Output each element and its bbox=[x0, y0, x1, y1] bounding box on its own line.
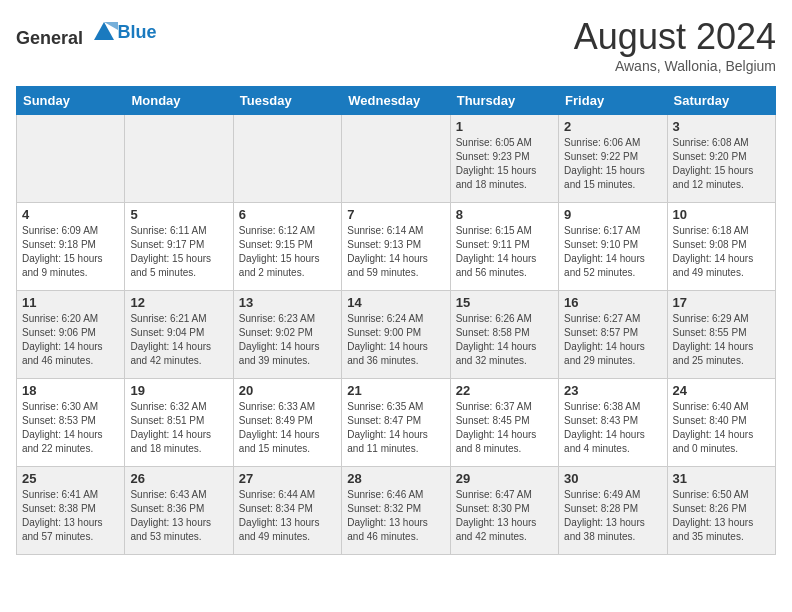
calendar-cell bbox=[125, 115, 233, 203]
day-info: Sunrise: 6:43 AM Sunset: 8:36 PM Dayligh… bbox=[130, 488, 227, 544]
day-info: Sunrise: 6:09 AM Sunset: 9:18 PM Dayligh… bbox=[22, 224, 119, 280]
day-info: Sunrise: 6:20 AM Sunset: 9:06 PM Dayligh… bbox=[22, 312, 119, 368]
header-row: Sunday Monday Tuesday Wednesday Thursday… bbox=[17, 87, 776, 115]
calendar-cell: 4Sunrise: 6:09 AM Sunset: 9:18 PM Daylig… bbox=[17, 203, 125, 291]
day-number: 28 bbox=[347, 471, 444, 486]
header-saturday: Saturday bbox=[667, 87, 775, 115]
calendar-cell: 14Sunrise: 6:24 AM Sunset: 9:00 PM Dayli… bbox=[342, 291, 450, 379]
day-number: 6 bbox=[239, 207, 336, 222]
day-info: Sunrise: 6:05 AM Sunset: 9:23 PM Dayligh… bbox=[456, 136, 553, 192]
day-number: 14 bbox=[347, 295, 444, 310]
calendar-cell: 7Sunrise: 6:14 AM Sunset: 9:13 PM Daylig… bbox=[342, 203, 450, 291]
day-number: 13 bbox=[239, 295, 336, 310]
day-number: 27 bbox=[239, 471, 336, 486]
calendar-cell: 2Sunrise: 6:06 AM Sunset: 9:22 PM Daylig… bbox=[559, 115, 667, 203]
calendar-cell: 27Sunrise: 6:44 AM Sunset: 8:34 PM Dayli… bbox=[233, 467, 341, 555]
day-number: 12 bbox=[130, 295, 227, 310]
header-tuesday: Tuesday bbox=[233, 87, 341, 115]
day-number: 8 bbox=[456, 207, 553, 222]
day-number: 2 bbox=[564, 119, 661, 134]
calendar-week-4: 25Sunrise: 6:41 AM Sunset: 8:38 PM Dayli… bbox=[17, 467, 776, 555]
day-number: 29 bbox=[456, 471, 553, 486]
day-number: 17 bbox=[673, 295, 770, 310]
day-number: 24 bbox=[673, 383, 770, 398]
day-info: Sunrise: 6:30 AM Sunset: 8:53 PM Dayligh… bbox=[22, 400, 119, 456]
day-info: Sunrise: 6:50 AM Sunset: 8:26 PM Dayligh… bbox=[673, 488, 770, 544]
day-info: Sunrise: 6:06 AM Sunset: 9:22 PM Dayligh… bbox=[564, 136, 661, 192]
day-info: Sunrise: 6:29 AM Sunset: 8:55 PM Dayligh… bbox=[673, 312, 770, 368]
day-info: Sunrise: 6:21 AM Sunset: 9:04 PM Dayligh… bbox=[130, 312, 227, 368]
calendar-cell: 31Sunrise: 6:50 AM Sunset: 8:26 PM Dayli… bbox=[667, 467, 775, 555]
calendar-cell: 30Sunrise: 6:49 AM Sunset: 8:28 PM Dayli… bbox=[559, 467, 667, 555]
calendar-header: Sunday Monday Tuesday Wednesday Thursday… bbox=[17, 87, 776, 115]
day-info: Sunrise: 6:46 AM Sunset: 8:32 PM Dayligh… bbox=[347, 488, 444, 544]
header-sunday: Sunday bbox=[17, 87, 125, 115]
day-number: 15 bbox=[456, 295, 553, 310]
day-number: 18 bbox=[22, 383, 119, 398]
calendar-cell: 1Sunrise: 6:05 AM Sunset: 9:23 PM Daylig… bbox=[450, 115, 558, 203]
day-number: 10 bbox=[673, 207, 770, 222]
calendar-cell: 17Sunrise: 6:29 AM Sunset: 8:55 PM Dayli… bbox=[667, 291, 775, 379]
day-info: Sunrise: 6:23 AM Sunset: 9:02 PM Dayligh… bbox=[239, 312, 336, 368]
day-info: Sunrise: 6:17 AM Sunset: 9:10 PM Dayligh… bbox=[564, 224, 661, 280]
day-number: 16 bbox=[564, 295, 661, 310]
calendar-week-1: 4Sunrise: 6:09 AM Sunset: 9:18 PM Daylig… bbox=[17, 203, 776, 291]
day-info: Sunrise: 6:32 AM Sunset: 8:51 PM Dayligh… bbox=[130, 400, 227, 456]
calendar-cell: 15Sunrise: 6:26 AM Sunset: 8:58 PM Dayli… bbox=[450, 291, 558, 379]
month-title: August 2024 bbox=[574, 16, 776, 58]
day-info: Sunrise: 6:40 AM Sunset: 8:40 PM Dayligh… bbox=[673, 400, 770, 456]
calendar-cell bbox=[17, 115, 125, 203]
calendar-cell: 26Sunrise: 6:43 AM Sunset: 8:36 PM Dayli… bbox=[125, 467, 233, 555]
day-info: Sunrise: 6:44 AM Sunset: 8:34 PM Dayligh… bbox=[239, 488, 336, 544]
day-number: 4 bbox=[22, 207, 119, 222]
calendar-cell: 12Sunrise: 6:21 AM Sunset: 9:04 PM Dayli… bbox=[125, 291, 233, 379]
calendar-cell: 29Sunrise: 6:47 AM Sunset: 8:30 PM Dayli… bbox=[450, 467, 558, 555]
calendar-cell: 23Sunrise: 6:38 AM Sunset: 8:43 PM Dayli… bbox=[559, 379, 667, 467]
header-thursday: Thursday bbox=[450, 87, 558, 115]
day-number: 1 bbox=[456, 119, 553, 134]
day-info: Sunrise: 6:41 AM Sunset: 8:38 PM Dayligh… bbox=[22, 488, 119, 544]
day-number: 9 bbox=[564, 207, 661, 222]
calendar-table: Sunday Monday Tuesday Wednesday Thursday… bbox=[16, 86, 776, 555]
logo-general: General bbox=[16, 28, 83, 48]
calendar-cell: 19Sunrise: 6:32 AM Sunset: 8:51 PM Dayli… bbox=[125, 379, 233, 467]
day-info: Sunrise: 6:27 AM Sunset: 8:57 PM Dayligh… bbox=[564, 312, 661, 368]
day-number: 31 bbox=[673, 471, 770, 486]
day-info: Sunrise: 6:37 AM Sunset: 8:45 PM Dayligh… bbox=[456, 400, 553, 456]
day-number: 25 bbox=[22, 471, 119, 486]
calendar-week-0: 1Sunrise: 6:05 AM Sunset: 9:23 PM Daylig… bbox=[17, 115, 776, 203]
title-section: August 2024 Awans, Wallonia, Belgium bbox=[574, 16, 776, 74]
day-info: Sunrise: 6:35 AM Sunset: 8:47 PM Dayligh… bbox=[347, 400, 444, 456]
calendar-cell: 13Sunrise: 6:23 AM Sunset: 9:02 PM Dayli… bbox=[233, 291, 341, 379]
day-number: 21 bbox=[347, 383, 444, 398]
day-info: Sunrise: 6:18 AM Sunset: 9:08 PM Dayligh… bbox=[673, 224, 770, 280]
calendar-cell: 18Sunrise: 6:30 AM Sunset: 8:53 PM Dayli… bbox=[17, 379, 125, 467]
day-number: 7 bbox=[347, 207, 444, 222]
day-info: Sunrise: 6:08 AM Sunset: 9:20 PM Dayligh… bbox=[673, 136, 770, 192]
day-number: 30 bbox=[564, 471, 661, 486]
day-number: 19 bbox=[130, 383, 227, 398]
calendar-cell: 8Sunrise: 6:15 AM Sunset: 9:11 PM Daylig… bbox=[450, 203, 558, 291]
calendar-week-3: 18Sunrise: 6:30 AM Sunset: 8:53 PM Dayli… bbox=[17, 379, 776, 467]
calendar-cell: 9Sunrise: 6:17 AM Sunset: 9:10 PM Daylig… bbox=[559, 203, 667, 291]
day-number: 11 bbox=[22, 295, 119, 310]
calendar-body: 1Sunrise: 6:05 AM Sunset: 9:23 PM Daylig… bbox=[17, 115, 776, 555]
calendar-cell: 24Sunrise: 6:40 AM Sunset: 8:40 PM Dayli… bbox=[667, 379, 775, 467]
day-info: Sunrise: 6:15 AM Sunset: 9:11 PM Dayligh… bbox=[456, 224, 553, 280]
day-info: Sunrise: 6:11 AM Sunset: 9:17 PM Dayligh… bbox=[130, 224, 227, 280]
calendar-cell: 3Sunrise: 6:08 AM Sunset: 9:20 PM Daylig… bbox=[667, 115, 775, 203]
day-info: Sunrise: 6:26 AM Sunset: 8:58 PM Dayligh… bbox=[456, 312, 553, 368]
logo: General Blue bbox=[16, 16, 157, 49]
page-header: General Blue August 2024 Awans, Wallonia… bbox=[16, 16, 776, 74]
calendar-cell: 20Sunrise: 6:33 AM Sunset: 8:49 PM Dayli… bbox=[233, 379, 341, 467]
day-number: 5 bbox=[130, 207, 227, 222]
calendar-cell: 25Sunrise: 6:41 AM Sunset: 8:38 PM Dayli… bbox=[17, 467, 125, 555]
calendar-cell: 10Sunrise: 6:18 AM Sunset: 9:08 PM Dayli… bbox=[667, 203, 775, 291]
calendar-cell: 22Sunrise: 6:37 AM Sunset: 8:45 PM Dayli… bbox=[450, 379, 558, 467]
calendar-week-2: 11Sunrise: 6:20 AM Sunset: 9:06 PM Dayli… bbox=[17, 291, 776, 379]
calendar-cell: 21Sunrise: 6:35 AM Sunset: 8:47 PM Dayli… bbox=[342, 379, 450, 467]
day-info: Sunrise: 6:33 AM Sunset: 8:49 PM Dayligh… bbox=[239, 400, 336, 456]
calendar-cell: 28Sunrise: 6:46 AM Sunset: 8:32 PM Dayli… bbox=[342, 467, 450, 555]
day-info: Sunrise: 6:14 AM Sunset: 9:13 PM Dayligh… bbox=[347, 224, 444, 280]
day-number: 26 bbox=[130, 471, 227, 486]
